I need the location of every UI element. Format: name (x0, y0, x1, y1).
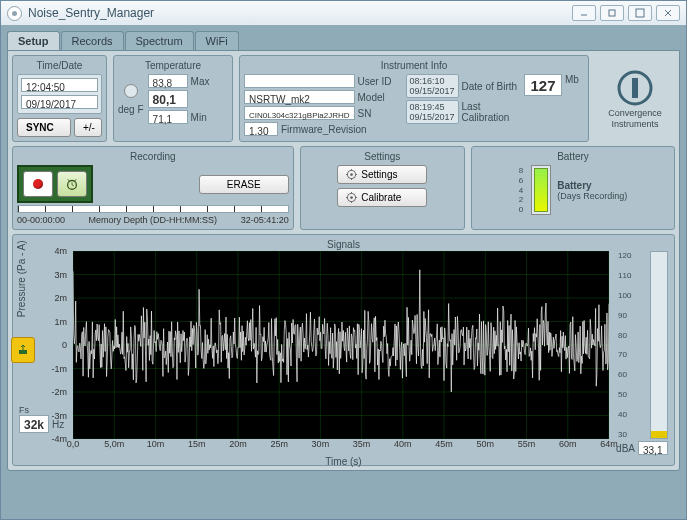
date-value: 09/19/2017 (21, 95, 98, 109)
erase-button[interactable]: ERASE (199, 175, 289, 194)
temperature-title: Temperature (118, 60, 228, 74)
tab-setup[interactable]: Setup (7, 31, 60, 50)
signals-group: Signals Fs 32k Hz 4m3m2m1m0-1m-2m-3m-4m … (12, 234, 675, 466)
tab-bar: Setup Records Spectrum WiFi (7, 31, 680, 49)
cal-time: 08:19:45 (410, 102, 455, 112)
calibrate-button[interactable]: Calibrate (337, 188, 427, 207)
db-scale-ticks: 12011010090807060504030 (618, 251, 631, 439)
memory-depth-ruler (17, 205, 289, 213)
svg-point-7 (350, 173, 353, 176)
temp-max-value: 83,8 (148, 74, 188, 88)
svg-rect-0 (609, 10, 615, 16)
svg-rect-1 (636, 9, 644, 17)
brand-logo-icon (615, 68, 655, 108)
y-axis-label: Pressure (Pa - A) (16, 240, 27, 317)
brand-line2: Instruments (611, 119, 658, 129)
x-axis-ticks: 0,05,0m10m15m20m25m30m35m40m45m50m55m60m… (73, 439, 609, 451)
tab-wifi[interactable]: WiFi (195, 31, 239, 50)
app-icon (7, 6, 22, 21)
brand-logo-area: Convergence Instruments (595, 55, 675, 142)
recording-group: Recording ERASE 00-00:00:00 (12, 146, 294, 230)
time-value: 12:04:50 (21, 78, 98, 92)
temperature-led-icon (124, 84, 138, 98)
waveform-chart[interactable] (73, 251, 609, 439)
cal-date: 09/15/2017 (410, 112, 455, 122)
settings-button-label: Settings (361, 169, 397, 180)
sn-label: SN (358, 108, 402, 119)
dob-time: 08:16:10 (410, 76, 455, 86)
userid-label: User ID (358, 76, 402, 87)
window-maximize-button[interactable] (628, 5, 652, 21)
sn-value: CIN0L304c321gBPia2JRHD (244, 106, 355, 120)
model-value: NSRTW_mk2 (244, 90, 355, 104)
timedate-group: Time/Date 12:04:50 09/19/2017 SYNC +/- (12, 55, 107, 142)
instrument-title: Instrument Info (244, 60, 584, 74)
mem-right-value: 32-05:41:20 (241, 215, 289, 225)
dba-label: dBA (616, 443, 635, 454)
db-meter (650, 251, 668, 439)
mem-size-unit: Mb (565, 74, 579, 85)
timedate-title: Time/Date (17, 60, 102, 74)
recording-title: Recording (17, 151, 289, 165)
svg-point-4 (632, 85, 638, 91)
settings-group: Settings Settings Calibrate (300, 146, 465, 230)
window-title: Noise_Sentry_Manager (28, 1, 154, 25)
alarm-clock-icon (65, 177, 79, 191)
brand-line1: Convergence (608, 108, 662, 118)
cal-label: Last Calibration (462, 101, 520, 123)
temp-current-value: 80,1 (148, 90, 188, 108)
svg-rect-10 (19, 350, 27, 354)
window-close-button[interactable] (656, 5, 680, 21)
battery-bar (531, 165, 551, 215)
gear-icon (346, 169, 357, 180)
dob-date: 09/15/2017 (410, 86, 455, 96)
dob-label: Date of Birth (462, 81, 518, 92)
temperature-group: Temperature deg F 83,8 Max 8 (113, 55, 233, 142)
model-label: Model (358, 92, 402, 103)
battery-group: Battery 8 6 4 2 0 Battery (Days Recordi (471, 146, 675, 230)
settings-title: Settings (305, 151, 460, 165)
instrument-group: Instrument Info User ID NSRTW_mk2 Model (239, 55, 589, 142)
temperature-unit: deg F (118, 104, 144, 115)
mem-size-value: 127 (524, 74, 562, 96)
export-icon (17, 344, 29, 356)
tab-records[interactable]: Records (61, 31, 124, 50)
battery-sublabel: (Days Recording) (557, 191, 627, 201)
temp-max-label: Max (191, 76, 210, 87)
battery-title: Battery (476, 151, 670, 165)
x-axis-label: Time (s) (325, 456, 361, 467)
record-icon (33, 179, 43, 189)
fw-value: 1.30 (244, 122, 278, 136)
alarm-button[interactable] (57, 171, 87, 197)
battery-label: Battery (557, 180, 627, 191)
record-button[interactable] (23, 171, 53, 197)
settings-button[interactable]: Settings (337, 165, 427, 184)
gear-icon (346, 192, 357, 203)
fw-label: Firmware_Revision (281, 124, 402, 135)
svg-point-9 (350, 196, 353, 199)
temp-min-label: Min (191, 112, 207, 123)
export-button[interactable] (11, 337, 35, 363)
temp-min-value: 71,1 (148, 110, 188, 124)
battery-scale: 8 6 4 2 0 (519, 166, 523, 214)
calibrate-button-label: Calibrate (361, 192, 401, 203)
window-restore-button[interactable] (600, 5, 624, 21)
sync-button[interactable]: SYNC (17, 118, 71, 137)
time-adjust-button[interactable]: +/- (74, 118, 102, 137)
dba-value: 33,1 (638, 441, 668, 455)
userid-value[interactable] (244, 74, 355, 88)
tab-spectrum[interactable]: Spectrum (125, 31, 194, 50)
mem-depth-label: Memory Depth (DD-HH:MM:SS) (89, 215, 218, 225)
mem-left-value: 00-00:00:00 (17, 215, 65, 225)
window-minimize-button[interactable] (572, 5, 596, 21)
